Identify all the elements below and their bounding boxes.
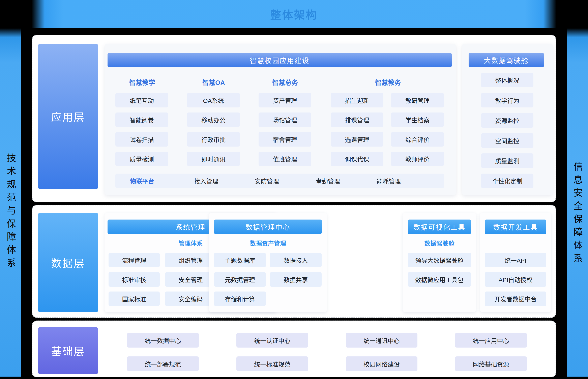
data-visualization-chip-grid: 领导大数据驾驶舱数据微应用工具包: [408, 253, 471, 287]
bigdata-cockpit-header: 大数据驾驶舱: [469, 53, 544, 67]
column-header-oa: 智慧OA: [202, 78, 225, 87]
data-development-header: 数据开发工具: [485, 220, 546, 234]
data-item-chip: 流程管理: [109, 253, 160, 267]
data-management-center-card: 数据管理中心 数据资产管理 主题数据库数据接入元数据管理数据共享存储和计算: [209, 213, 327, 312]
app-item-chip: 质量检测: [115, 152, 168, 166]
teaching-chip-column: 纸笔互动智能阅卷试卷扫描质量检测: [115, 93, 168, 166]
data-item-chip: 主题数据库: [214, 253, 266, 267]
app-item-chip: 调课代课: [331, 152, 383, 166]
app-item-chip: 招生迎新: [331, 93, 383, 108]
base-item-chip: 统一部署规范: [127, 356, 199, 371]
bigdata-item-chip: 整体概况: [481, 73, 533, 87]
iot-item-label: 能耗管理: [377, 174, 401, 188]
bigdata-item-chip: 资源监控: [481, 113, 533, 128]
iot-platform-row: 物联平台 接入管理安防管理考勤管理能耗管理: [115, 174, 444, 188]
bigdata-item-chip: 质量监测: [481, 153, 533, 168]
base-item-chip: 网络基础资源: [455, 356, 527, 371]
app-item-chip: 宿舍管理: [259, 132, 311, 147]
application-layer-panel: 应用层 智慧校园应用建设 智慧教学 智慧OA 智慧总务 智慧教务 纸笔互动智能阅…: [32, 35, 556, 202]
data-item-chip: 统一API: [485, 253, 546, 267]
base-item-chip: 统一通讯中心: [346, 333, 417, 347]
top-banner: 整体架构: [32, 0, 556, 28]
app-item-chip: 选课管理: [331, 132, 383, 147]
data-cockpit-subheader: 数据驾驶舱: [403, 238, 476, 247]
iot-item-list: 接入管理安防管理考勤管理能耗管理: [115, 174, 444, 188]
bigdata-item-chip: 个性化定制: [481, 174, 533, 188]
data-item-chip: 国家标准: [109, 291, 160, 306]
app-item-chip: 移动办公: [187, 112, 240, 127]
app-item-chip: 教研管理: [391, 93, 444, 108]
data-layer-panel: 数据层 系统管理 管理体系 流程管理组织管理行业标准标准审核安全管理监督评估国家…: [32, 205, 556, 318]
data-asset-subheader: 数据资产管理: [209, 238, 327, 247]
app-item-chip: 教师评价: [391, 152, 444, 166]
app-item-chip: 纸笔互动: [115, 93, 168, 108]
column-header-teaching: 智慧教学: [129, 78, 155, 87]
base-item-chip: 统一应用中心: [455, 333, 527, 347]
app-item-chip: 智能阅卷: [115, 112, 168, 127]
bigdata-cockpit-panel: 大数据驾驶舱 整体概况教学行为资源监控空间监控质量监测个性化定制: [462, 44, 553, 195]
data-item-chip: 数据共享: [270, 272, 322, 287]
data-visualization-card: 数据可视化工具 数据驾驶舱 领导大数据驾驶舱数据微应用工具包: [403, 213, 476, 312]
data-item-chip: 安全管理: [165, 272, 216, 287]
app-item-chip: 综合评价: [391, 132, 444, 147]
academic-affairs-chip-column-1: 招生迎新排课管理选课管理调课代课: [331, 93, 383, 166]
data-item-chip: 元数据管理: [214, 272, 266, 287]
general-affairs-chip-column: 资产管理场馆管理宿舍管理值班管理: [259, 93, 311, 166]
data-item-chip: 领导大数据驾驶舱: [408, 253, 471, 267]
right-edge-strip: 信息安全保障体系: [567, 28, 588, 377]
page-title: 整体架构: [270, 6, 318, 22]
iot-item-label: 安防管理: [255, 174, 279, 188]
data-item-chip: 安全编码: [165, 291, 216, 306]
smart-campus-panel: 智慧校园应用建设 智慧教学 智慧OA 智慧总务 智慧教务 纸笔互动智能阅卷试卷扫…: [104, 44, 456, 195]
base-layer-chip-grid: 统一数据中心统一认证中心统一通讯中心统一应用中心统一部署规范统一标准规范校园网络…: [127, 333, 527, 371]
app-item-chip: 学生档案: [391, 112, 444, 127]
data-item-chip: 开发者数据中台: [485, 291, 546, 306]
oa-chip-column: OA系统移动办公行政审批即时通讯: [187, 93, 240, 166]
academic-affairs-chip-column-2: 教研管理学生档案综合评价教师评价: [391, 93, 444, 166]
data-item-chip: 存储和计算: [214, 291, 266, 306]
left-strip-label: 技术规范与保障体系: [4, 153, 17, 271]
left-edge-strip: 技术规范与保障体系: [0, 28, 21, 377]
data-development-chip-grid: 统一APIAPI自动授权开发者数据中台: [485, 253, 546, 306]
app-item-chip: OA系统: [187, 93, 240, 108]
data-management-chip-grid: 主题数据库数据接入元数据管理数据共享存储和计算: [214, 253, 322, 306]
data-item-chip: 数据微应用工具包: [408, 272, 471, 287]
app-item-chip: 排课管理: [331, 112, 383, 127]
column-header-general-affairs: 智慧总务: [272, 78, 298, 87]
bigdata-item-chip: 教学行为: [481, 93, 533, 108]
data-development-card: 数据开发工具 统一APIAPI自动授权开发者数据中台: [480, 213, 551, 312]
base-item-chip: 统一认证中心: [236, 333, 308, 347]
app-item-chip: 值班管理: [259, 152, 311, 166]
app-item-chip: 场馆管理: [259, 112, 311, 127]
app-item-chip: 即时通讯: [187, 152, 240, 166]
data-item-chip: 数据接入: [270, 253, 322, 267]
bigdata-item-chip: 空间监控: [481, 133, 533, 148]
iot-item-label: 考勤管理: [316, 174, 340, 188]
data-layer-label: 数据层: [38, 213, 98, 312]
app-item-chip: 行政审批: [187, 132, 240, 147]
app-item-chip: 资产管理: [259, 93, 311, 108]
column-header-academic-affairs: 智慧教务: [375, 78, 401, 87]
base-item-chip: 校园网络建设: [346, 356, 417, 371]
app-item-chip: 试卷扫描: [115, 132, 168, 147]
data-management-center-header: 数据管理中心: [214, 220, 322, 234]
base-layer-panel: 基础层 统一数据中心统一认证中心统一通讯中心统一应用中心统一部署规范统一标准规范…: [32, 320, 556, 377]
iot-item-label: 接入管理: [194, 174, 218, 188]
data-item-chip: 标准审核: [109, 272, 160, 287]
base-item-chip: 统一数据中心: [127, 333, 199, 347]
base-layer-label: 基础层: [38, 327, 98, 374]
data-visualization-header: 数据可视化工具: [408, 220, 471, 234]
base-item-chip: 统一标准规范: [236, 356, 308, 371]
data-item-chip: API自动授权: [485, 272, 546, 287]
app-layer-label: 应用层: [38, 44, 98, 189]
smart-campus-header: 智慧校园应用建设: [107, 53, 452, 67]
right-strip-label: 信息安全保障体系: [571, 162, 584, 267]
data-item-chip: 组织管理: [165, 253, 216, 267]
bigdata-chip-list: 整体概况教学行为资源监控空间监控质量监测个性化定制: [481, 73, 533, 188]
architecture-diagram: 整体架构 技术规范与保障体系 信息安全保障体系 应用层 智慧校园应用建设 智慧教…: [0, 0, 588, 379]
